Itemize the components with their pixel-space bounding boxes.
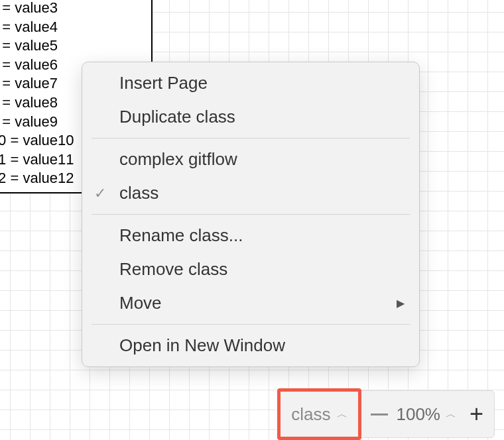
field-line: l5 = value5 bbox=[0, 36, 146, 56]
menu-label: Open in New Window bbox=[119, 335, 285, 356]
page-selector-label: class bbox=[291, 404, 330, 425]
chevron-up-icon: ︿ bbox=[337, 408, 347, 421]
menu-separator bbox=[92, 214, 410, 215]
menu-label: complex gitflow bbox=[119, 149, 237, 170]
menu-open-new-window[interactable]: Open in New Window bbox=[82, 329, 419, 362]
menu-separator bbox=[92, 324, 410, 325]
zoom-in-button[interactable]: + bbox=[466, 402, 487, 426]
chevron-up-icon[interactable]: ︿ bbox=[446, 408, 456, 421]
menu-rename-class[interactable]: Rename class... bbox=[82, 219, 419, 252]
field-line: l4 = value4 bbox=[0, 18, 146, 37]
field-line: l3 = value3 bbox=[0, 0, 146, 18]
zoom-level-label[interactable]: 100% bbox=[396, 404, 440, 425]
menu-label: class bbox=[119, 183, 158, 203]
page-context-menu: Insert Page Duplicate class complex gitf… bbox=[82, 62, 420, 367]
menu-page-class[interactable]: ✓ class bbox=[82, 176, 419, 210]
page-selector-button[interactable]: class ︿ bbox=[277, 388, 361, 440]
menu-label: Move bbox=[119, 293, 162, 313]
menu-page-complex-gitflow[interactable]: complex gitflow bbox=[82, 142, 419, 176]
menu-duplicate-class[interactable]: Duplicate class bbox=[82, 100, 419, 134]
menu-label: Rename class... bbox=[119, 225, 243, 246]
menu-remove-class[interactable]: Remove class bbox=[82, 252, 419, 286]
menu-label: Remove class bbox=[119, 259, 227, 280]
menu-insert-page[interactable]: Insert Page bbox=[82, 66, 419, 100]
chevron-right-icon: ▶ bbox=[397, 297, 405, 309]
menu-label: Duplicate class bbox=[119, 107, 235, 127]
menu-label: Insert Page bbox=[119, 73, 208, 93]
bottom-toolbar: class ︿ 100% ︿ + bbox=[280, 390, 495, 438]
check-icon: ✓ bbox=[94, 185, 106, 202]
toolbar-separator bbox=[371, 413, 388, 415]
menu-separator bbox=[92, 138, 410, 138]
menu-move[interactable]: Move ▶ bbox=[82, 286, 419, 320]
